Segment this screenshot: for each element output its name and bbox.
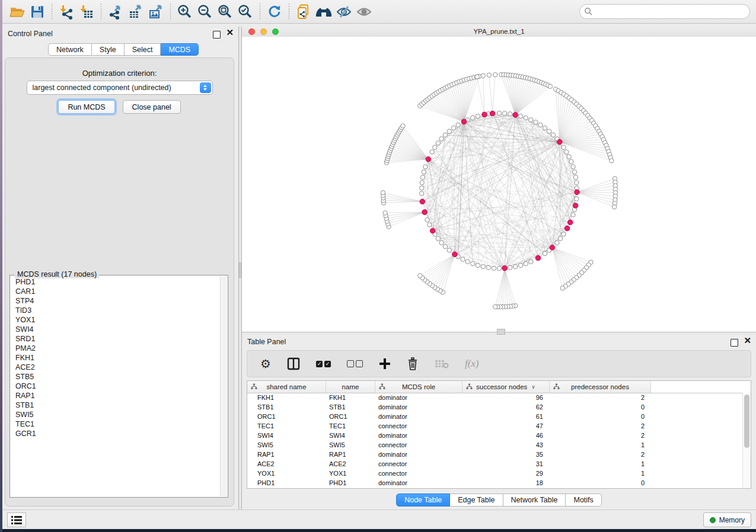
- mcds-result-item[interactable]: YOX1: [11, 315, 220, 325]
- deselect-all-icon[interactable]: [347, 360, 363, 367]
- table-row[interactable]: ORC1ORC1dominator610: [247, 412, 743, 421]
- import-network-icon[interactable]: [56, 2, 76, 21]
- table-row[interactable]: PHD1PHD1dominator180: [247, 478, 743, 488]
- network-canvas[interactable]: [242, 37, 756, 332]
- zoom-selected-icon[interactable]: [235, 2, 256, 21]
- hide-selected-eye-icon[interactable]: [334, 2, 354, 21]
- zoom-in-icon[interactable]: [175, 2, 195, 21]
- mcds-result-item[interactable]: PMA2: [11, 344, 220, 353]
- tab-node-table[interactable]: Node Table: [396, 493, 450, 507]
- export-image-icon[interactable]: [146, 2, 166, 21]
- select-all-icon[interactable]: ✓✓: [316, 361, 331, 367]
- mcds-hub-node[interactable]: [502, 265, 508, 271]
- mcds-result-item[interactable]: SWI5: [11, 410, 220, 419]
- delete-table-icon[interactable]: [435, 358, 449, 369]
- search-input[interactable]: [579, 4, 750, 19]
- tab-select[interactable]: Select: [125, 43, 161, 56]
- node-table-scrollbar[interactable]: [742, 393, 751, 488]
- table-row[interactable]: FKH1FKH1dominator962: [247, 393, 743, 402]
- show-columns-icon[interactable]: [287, 357, 300, 370]
- tab-network-table[interactable]: Network Table: [503, 493, 566, 507]
- show-all-eye-icon[interactable]: [354, 2, 374, 21]
- tab-motifs[interactable]: Motifs: [566, 493, 601, 507]
- mcds-hub-node[interactable]: [513, 113, 518, 118]
- table-row[interactable]: SWI4SWI4dominator462: [247, 431, 743, 440]
- table-row[interactable]: ACE2ACE2connector311: [247, 459, 743, 469]
- save-session-icon[interactable]: [27, 2, 47, 21]
- mcds-result-item[interactable]: STP4: [11, 296, 220, 306]
- mcds-result-item[interactable]: STB1: [11, 400, 220, 410]
- function-builder-icon[interactable]: f(x): [465, 358, 479, 370]
- horizontal-splitter-handle[interactable]: [497, 329, 505, 335]
- optimization-criterion-select[interactable]: largest connected component (undirected): [27, 81, 213, 95]
- mcds-result-item[interactable]: CAR1: [11, 287, 220, 296]
- open-file-icon[interactable]: [7, 2, 27, 21]
- zoom-out-icon[interactable]: [195, 2, 215, 21]
- export-network-icon[interactable]: [106, 2, 126, 21]
- column-header-predecessor-nodes[interactable]: predecessor nodes: [550, 381, 651, 393]
- import-table-icon[interactable]: [76, 2, 97, 21]
- mcds-hub-node[interactable]: [430, 228, 435, 233]
- mcds-hub-node[interactable]: [567, 220, 573, 225]
- zoom-fit-icon[interactable]: [215, 2, 235, 21]
- mcds-result-item[interactable]: SRD1: [11, 334, 220, 344]
- mcds-hub-node[interactable]: [564, 226, 570, 231]
- memory-button[interactable]: Memory: [703, 512, 751, 527]
- table-panel-close-icon[interactable]: ✕: [744, 335, 751, 346]
- table-row[interactable]: TEC1TEC1connector472: [247, 421, 743, 431]
- mcds-hub-node[interactable]: [452, 252, 458, 257]
- mcds-result-item[interactable]: TID3: [11, 306, 220, 315]
- table-settings-icon[interactable]: ⚙: [260, 358, 271, 370]
- table-row[interactable]: RAP1RAP1dominator352: [247, 450, 743, 459]
- mcds-result-item[interactable]: GCR1: [11, 429, 220, 438]
- mcds-result-scrollbar[interactable]: [220, 276, 227, 496]
- table-cell: 1: [550, 460, 651, 467]
- mcds-result-item[interactable]: TEC1: [11, 419, 220, 429]
- mcds-hub-node[interactable]: [420, 199, 425, 204]
- column-header-name[interactable]: name: [326, 381, 375, 393]
- export-table-icon[interactable]: [126, 2, 146, 21]
- table-row[interactable]: YOX1YOX1connector291: [247, 469, 743, 478]
- column-header-MCDS-role[interactable]: MCDS role: [375, 381, 462, 393]
- table-row[interactable]: STB1STB1dominator620: [247, 402, 743, 412]
- mcds-result-list[interactable]: PHD1CAR1STP4TID3YOX1SWI4SRD1PMA2FKH1ACE2…: [11, 277, 220, 496]
- mcds-hub-node[interactable]: [422, 210, 428, 215]
- table-panel-float-icon[interactable]: [731, 339, 738, 347]
- mcds-result-item[interactable]: SWI4: [11, 325, 220, 334]
- table-row[interactable]: SWI5SWI5connector431: [247, 440, 743, 450]
- show-panels-list-button[interactable]: [7, 512, 26, 527]
- clone-network-icon[interactable]: [294, 2, 314, 21]
- tab-mcds[interactable]: MCDS: [161, 43, 199, 56]
- mcds-result-item[interactable]: RAP1: [11, 391, 220, 400]
- mcds-result-item[interactable]: STB5: [11, 372, 220, 382]
- column-header-shared-name[interactable]: shared name: [247, 381, 326, 393]
- tab-network[interactable]: Network: [48, 43, 92, 56]
- column-header-successor-nodes[interactable]: successor nodes∨: [462, 381, 550, 393]
- run-mcds-button[interactable]: Run MCDS: [58, 100, 114, 114]
- control-panel-close-icon[interactable]: ✕: [226, 27, 234, 38]
- mcds-result-item[interactable]: FKH1: [11, 353, 220, 363]
- close-panel-button[interactable]: Close panel: [123, 100, 181, 114]
- mcds-result-item[interactable]: ACE2: [11, 363, 220, 372]
- control-panel-float-icon[interactable]: [213, 31, 221, 39]
- mcds-hub-node[interactable]: [575, 190, 580, 195]
- mcds-hub-node[interactable]: [535, 255, 541, 261]
- node-table-scrollbar-thumb[interactable]: [744, 395, 749, 448]
- find-binoculars-icon[interactable]: [314, 2, 334, 21]
- vertical-splitter-handle[interactable]: [239, 262, 241, 278]
- delete-column-icon[interactable]: [407, 357, 419, 370]
- mcds-hub-node[interactable]: [550, 245, 555, 251]
- tab-edge-table[interactable]: Edge Table: [450, 493, 503, 507]
- mcds-hub-node[interactable]: [490, 111, 495, 116]
- mcds-hub-node[interactable]: [573, 203, 578, 209]
- table-cell: RAP1: [247, 451, 326, 458]
- mcds-hub-node[interactable]: [482, 112, 487, 117]
- add-column-icon[interactable]: [379, 358, 391, 370]
- mcds-result-item[interactable]: PHD1: [11, 277, 220, 287]
- refresh-icon[interactable]: [264, 2, 285, 21]
- mcds-hub-node[interactable]: [557, 139, 563, 145]
- tab-style[interactable]: Style: [92, 43, 125, 56]
- mcds-hub-node[interactable]: [426, 156, 431, 162]
- mcds-hub-node[interactable]: [461, 119, 467, 124]
- mcds-result-item[interactable]: ORC1: [11, 382, 220, 391]
